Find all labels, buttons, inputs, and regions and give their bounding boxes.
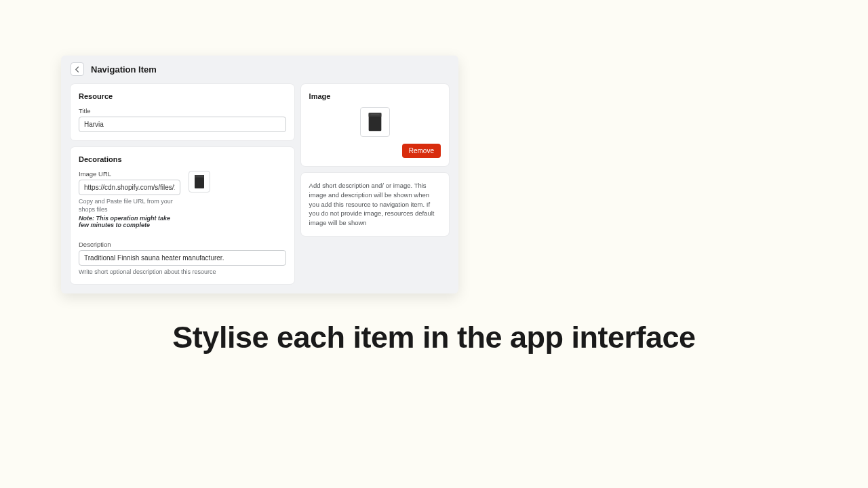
navigation-item-panel: Navigation Item Resource Title Decoratio… [61, 56, 458, 293]
image-section-title: Image [309, 92, 441, 100]
image-card: Image Remove [301, 84, 449, 166]
svg-rect-5 [370, 115, 379, 115]
decorations-section-title: Decorations [79, 155, 286, 163]
info-text: Add short description and/ or image. Thi… [309, 182, 435, 226]
image-url-thumbnail [189, 171, 210, 192]
marketing-caption: Stylise each item in the app interface [0, 320, 868, 355]
title-label: Title [79, 107, 286, 115]
heater-icon [194, 174, 205, 190]
resource-section-title: Resource [79, 92, 286, 100]
image-url-help: Copy and Paste file URL from your shops … [79, 197, 180, 214]
back-button[interactable] [71, 62, 84, 76]
decorations-card: Decorations Image URL Copy and Paste fil… [71, 147, 294, 284]
remove-image-button[interactable]: Remove [402, 144, 441, 158]
arrow-left-icon [75, 66, 81, 73]
info-card: Add short description and/ or image. Thi… [301, 173, 449, 236]
panel-header: Navigation Item [61, 56, 458, 80]
image-preview [360, 107, 390, 137]
image-url-note: Note: This operation might take few minu… [79, 215, 180, 228]
page-title: Navigation Item [91, 64, 157, 75]
description-input[interactable] [79, 250, 286, 266]
title-input[interactable] [79, 117, 286, 132]
heater-icon [368, 111, 382, 133]
description-help: Write short optional description about t… [79, 268, 286, 276]
image-url-input[interactable] [79, 180, 180, 195]
description-label: Description [79, 241, 286, 248]
svg-rect-2 [196, 176, 203, 177]
resource-card: Resource Title [71, 84, 294, 140]
image-url-label: Image URL [79, 170, 180, 178]
